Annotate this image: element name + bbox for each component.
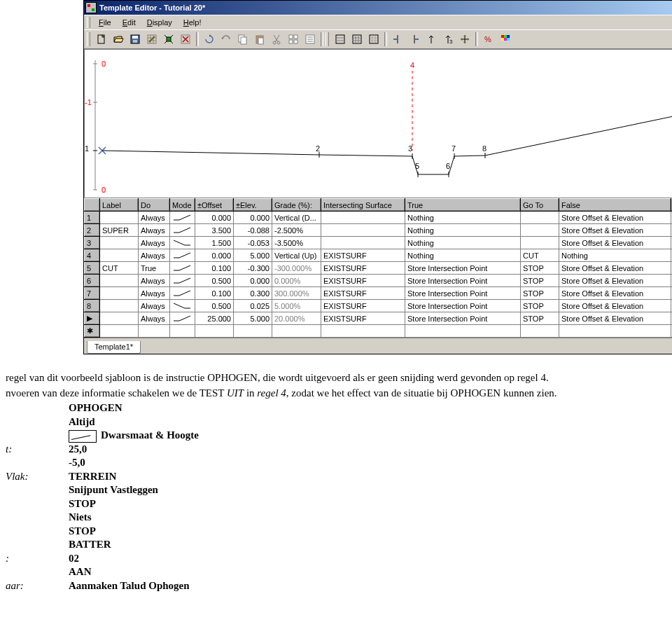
cell[interactable]: Store Intersection Point [405, 262, 521, 275]
tb-ruler-cross-icon[interactable] [456, 31, 473, 48]
cell[interactable] [521, 212, 559, 224]
cell[interactable]: Store Intersection Point [405, 275, 521, 287]
table-row[interactable]: ▶Always25.0005.00020.000%EXISTSURFStore … [85, 312, 673, 325]
cell[interactable]: 0.500 [195, 300, 234, 312]
cell[interactable]: 0.000 [195, 249, 234, 262]
cell[interactable] [195, 325, 234, 338]
toolbar-grip-2[interactable] [326, 32, 329, 46]
cell[interactable]: Store Offset & Elevation [559, 312, 671, 325]
cell[interactable] [559, 325, 671, 338]
col-header[interactable]: False [559, 199, 671, 212]
cell[interactable]: Always [139, 212, 170, 224]
cell[interactable]: 8 [85, 300, 100, 312]
cell[interactable]: 0.100 [195, 287, 234, 300]
cell[interactable] [234, 325, 272, 338]
col-header[interactable] [85, 199, 100, 212]
cell[interactable] [170, 325, 195, 338]
cell[interactable]: Store Offset & Elevation [559, 287, 671, 300]
cell[interactable] [321, 237, 405, 249]
table-row[interactable]: 7Always0.1000.300300.000%EXISTSURFStore … [85, 287, 673, 300]
cell[interactable]: ✱ [85, 325, 100, 338]
col-header[interactable]: Intersecting Surface [321, 199, 405, 212]
table-row[interactable]: 3Always1.500-0.053-3.500%NothingStore Of… [85, 237, 673, 249]
tb-undo-icon[interactable] [218, 31, 234, 48]
cell[interactable]: Store Offset & Elevation [559, 212, 671, 224]
col-header[interactable]: True [405, 199, 521, 212]
cell[interactable]: Store Offset & Elevation [559, 275, 671, 287]
tb-left-half-icon[interactable] [389, 31, 406, 48]
tb-move-icon[interactable] [160, 31, 177, 48]
cell[interactable]: 20.000% [272, 312, 321, 325]
cell[interactable]: Store Offset & Elevation [559, 300, 671, 312]
cell[interactable] [100, 275, 139, 287]
menu-display[interactable]: Display [141, 17, 178, 28]
cell[interactable]: 5.000 [234, 312, 272, 325]
cell[interactable]: CUT [100, 262, 139, 275]
tb-grid-dash-icon[interactable] [365, 31, 382, 48]
tb-percent-icon[interactable]: % [480, 31, 497, 48]
tb-grid-h-icon[interactable] [332, 31, 349, 48]
cell[interactable] [100, 287, 139, 300]
table-row[interactable]: 5CUTTrue0.100-0.300-300.000%EXISTSURFSto… [85, 262, 673, 275]
cell[interactable]: Always [139, 224, 170, 237]
cell[interactable]: Always [139, 275, 170, 287]
cell[interactable]: Always [139, 312, 170, 325]
col-header[interactable]: ±Elev. [234, 199, 272, 212]
menu-help[interactable]: Help! [178, 17, 207, 28]
cell[interactable]: Vertical (D... [272, 212, 321, 224]
cell[interactable]: EXISTSURF [321, 287, 405, 300]
cell[interactable]: Nothing [405, 224, 521, 237]
cell[interactable] [405, 325, 521, 338]
cell[interactable]: Store Offset & Elevation [559, 237, 671, 249]
cell[interactable] [170, 275, 195, 287]
cell[interactable]: -3.500% [272, 237, 321, 249]
cell[interactable] [100, 312, 139, 325]
cell[interactable]: 7 [85, 287, 100, 300]
cell[interactable] [100, 237, 139, 249]
cell[interactable]: Always [139, 249, 170, 262]
tb-delete-cell-icon[interactable] [177, 31, 194, 48]
tb-palette-icon[interactable] [497, 31, 514, 48]
cell[interactable]: STOP [521, 287, 559, 300]
cell[interactable] [521, 224, 559, 237]
menu-file[interactable]: File [93, 17, 117, 28]
cell[interactable]: Always [139, 300, 170, 312]
cell[interactable]: -0.053 [234, 237, 272, 249]
tb-arrow-3-icon[interactable]: 3 [440, 31, 456, 48]
cell[interactable]: Nothing [405, 212, 521, 224]
cell[interactable]: 1 [85, 212, 100, 224]
tb-paste-icon[interactable] [251, 31, 268, 48]
tb-grid-full-icon[interactable] [349, 31, 365, 48]
cell[interactable]: 1.500 [195, 237, 234, 249]
cell[interactable]: 0.025 [234, 300, 272, 312]
cell[interactable]: EXISTSURF [321, 275, 405, 287]
titlebar[interactable]: Template Editor - Tutorial 20* [84, 1, 672, 15]
cell[interactable] [100, 212, 139, 224]
cell[interactable] [321, 224, 405, 237]
cell[interactable]: STOP [521, 262, 559, 275]
table-row[interactable]: ✱ [85, 325, 673, 338]
col-header[interactable]: Label [100, 199, 139, 212]
cell[interactable] [139, 325, 170, 338]
tb-tile-icon[interactable] [285, 31, 302, 48]
cell[interactable] [170, 262, 195, 275]
cell[interactable]: Nothing [405, 249, 521, 262]
canvas-area[interactable]: 0 -1 1 0 2 3 4 5 6 7 8 [84, 49, 672, 198]
cell[interactable] [170, 237, 195, 249]
cell[interactable]: Always [139, 237, 170, 249]
cell[interactable] [170, 212, 195, 224]
col-header[interactable]: Grade (%): [272, 199, 321, 212]
cell[interactable] [170, 249, 195, 262]
cell[interactable]: 25.000 [195, 312, 234, 325]
cell[interactable]: 0.000% [272, 275, 321, 287]
cell[interactable] [100, 325, 139, 338]
menubar-grip[interactable] [87, 17, 90, 28]
cell[interactable]: Always [139, 287, 170, 300]
cell[interactable]: Nothing [559, 249, 671, 262]
cell[interactable]: EXISTSURF [321, 300, 405, 312]
cell[interactable] [521, 237, 559, 249]
cell[interactable]: Nothing [405, 237, 521, 249]
cell[interactable]: STOP [521, 312, 559, 325]
cell[interactable]: EXISTSURF [321, 249, 405, 262]
cell[interactable]: -300.000% [272, 262, 321, 275]
